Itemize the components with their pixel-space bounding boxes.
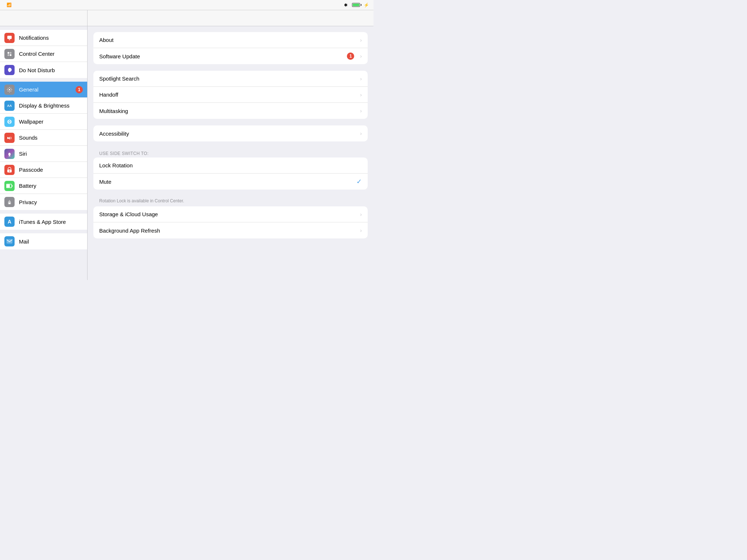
svg-rect-13 xyxy=(7,137,8,139)
svg-point-6 xyxy=(9,89,10,90)
sidebar-item-siri[interactable]: Siri xyxy=(0,146,87,162)
itunes-icon: A xyxy=(4,217,15,227)
sidebar-section-1: General1AADisplay & BrightnessWallpaperS… xyxy=(0,82,87,210)
handoff-label: Handoff xyxy=(99,92,357,98)
sounds-label: Sounds xyxy=(19,135,83,141)
handoff-chevron: › xyxy=(360,92,362,98)
settings-row-handoff[interactable]: Handoff› xyxy=(93,87,368,103)
background-refresh-label: Background App Refresh xyxy=(99,228,357,234)
sidebar-item-do-not-disturb[interactable]: Do Not Disturb xyxy=(0,62,87,78)
svg-point-10 xyxy=(9,121,10,122)
section-label-group4: USE SIDE SWITCH TO: xyxy=(93,148,368,158)
spotlight-search-chevron: › xyxy=(360,76,362,82)
notifications-icon xyxy=(4,33,15,43)
sidebar: NotificationsControl CenterDo Not Distur… xyxy=(0,10,88,280)
settings-row-software-update[interactable]: Software Update1› xyxy=(93,48,368,64)
sidebar-item-passcode[interactable]: Passcode xyxy=(0,162,87,178)
settings-row-lock-rotation[interactable]: Lock Rotation xyxy=(93,158,368,174)
general-label: General xyxy=(19,86,76,93)
settings-row-spotlight-search[interactable]: Spotlight Search› xyxy=(93,71,368,87)
background-refresh-chevron: › xyxy=(360,228,362,233)
wallpaper-label: Wallpaper xyxy=(19,118,83,125)
bluetooth-icon: ✱ xyxy=(344,3,348,8)
sidebar-item-control-center[interactable]: Control Center xyxy=(0,46,87,62)
battery-body xyxy=(352,3,360,7)
svg-point-8 xyxy=(8,120,9,121)
svg-rect-0 xyxy=(7,36,12,39)
battery-fill xyxy=(353,4,359,6)
wifi-icon: 📶 xyxy=(7,3,12,7)
accessibility-label: Accessibility xyxy=(99,131,357,137)
detail-panel: About›Software Update1›Spotlight Search›… xyxy=(88,10,374,280)
svg-point-4 xyxy=(8,54,9,56)
sidebar-item-mail[interactable]: Mail xyxy=(0,233,87,249)
itunes-label: iTunes & App Store xyxy=(19,219,83,225)
passcode-icon xyxy=(4,165,15,175)
multitasking-label: Multitasking xyxy=(99,108,357,114)
control-center-label: Control Center xyxy=(19,51,83,57)
settings-group-group3: Accessibility› xyxy=(93,125,368,141)
status-left: 📶 xyxy=(4,3,77,7)
svg-point-14 xyxy=(8,153,11,156)
sidebar-section-3: Mail xyxy=(0,233,87,249)
settings-group-group5: Storage & iCloud Usage›Background App Re… xyxy=(93,206,368,238)
settings-row-storage-icloud[interactable]: Storage & iCloud Usage› xyxy=(93,206,368,222)
sidebar-item-battery[interactable]: Battery xyxy=(0,178,87,194)
status-bar: 📶 ✱ ⚡ xyxy=(0,0,374,10)
main-content: NotificationsControl CenterDo Not Distur… xyxy=(0,10,374,280)
svg-point-9 xyxy=(10,120,11,121)
siri-icon xyxy=(4,149,15,159)
software-update-label: Software Update xyxy=(99,53,347,59)
wallpaper-icon xyxy=(4,117,15,127)
mail-label: Mail xyxy=(19,238,83,245)
privacy-label: Privacy xyxy=(19,199,83,205)
detail-title xyxy=(88,10,374,26)
display-icon: AA xyxy=(4,101,15,111)
settings-row-accessibility[interactable]: Accessibility› xyxy=(93,125,368,141)
sidebar-groups: NotificationsControl CenterDo Not Distur… xyxy=(0,26,87,249)
spotlight-search-label: Spotlight Search xyxy=(99,75,357,82)
svg-point-5 xyxy=(10,52,12,54)
storage-icloud-label: Storage & iCloud Usage xyxy=(99,211,357,217)
settings-row-about[interactable]: About› xyxy=(93,32,368,48)
svg-point-2 xyxy=(8,52,9,54)
sidebar-item-notifications[interactable]: Notifications xyxy=(0,30,87,46)
settings-group-group1: About›Software Update1› xyxy=(93,32,368,64)
charging-icon: ⚡ xyxy=(364,3,369,8)
multitasking-chevron: › xyxy=(360,108,362,114)
sidebar-item-display[interactable]: AADisplay & Brightness xyxy=(0,98,87,114)
svg-point-12 xyxy=(10,122,11,123)
mute-checkmark: ✓ xyxy=(356,178,362,186)
svg-rect-20 xyxy=(7,184,10,187)
sounds-icon xyxy=(4,133,15,143)
sidebar-item-wallpaper[interactable]: Wallpaper xyxy=(0,114,87,130)
settings-row-multitasking[interactable]: Multitasking› xyxy=(93,103,368,119)
about-label: About xyxy=(99,37,357,43)
battery-label: Battery xyxy=(19,183,83,189)
sidebar-item-sounds[interactable]: Sounds xyxy=(0,130,87,146)
siri-label: Siri xyxy=(19,151,83,157)
status-right: ✱ ⚡ xyxy=(296,3,369,8)
sidebar-title xyxy=(0,10,87,26)
do-not-disturb-label: Do Not Disturb xyxy=(19,67,83,73)
accessibility-chevron: › xyxy=(360,131,362,136)
privacy-icon xyxy=(4,197,15,207)
sidebar-section-2: AiTunes & App Store xyxy=(0,214,87,230)
settings-row-background-refresh[interactable]: Background App Refresh› xyxy=(93,222,368,238)
svg-point-3 xyxy=(10,54,12,56)
storage-icloud-chevron: › xyxy=(360,211,362,217)
battery-tip xyxy=(361,4,361,6)
sidebar-item-privacy[interactable]: Privacy xyxy=(0,194,87,210)
about-chevron: › xyxy=(360,37,362,43)
display-label: Display & Brightness xyxy=(19,102,83,109)
svg-rect-21 xyxy=(12,185,13,187)
sidebar-item-itunes[interactable]: AiTunes & App Store xyxy=(0,214,87,230)
lock-rotation-label: Lock Rotation xyxy=(99,162,362,168)
sidebar-item-general[interactable]: General1 xyxy=(0,82,87,98)
general-badge: 1 xyxy=(76,86,83,93)
notifications-label: Notifications xyxy=(19,35,83,41)
do-not-disturb-icon xyxy=(4,65,15,75)
mail-icon xyxy=(4,236,15,246)
settings-row-mute[interactable]: Mute✓ xyxy=(93,174,368,190)
settings-group-group2: Spotlight Search›Handoff›Multitasking› xyxy=(93,71,368,119)
